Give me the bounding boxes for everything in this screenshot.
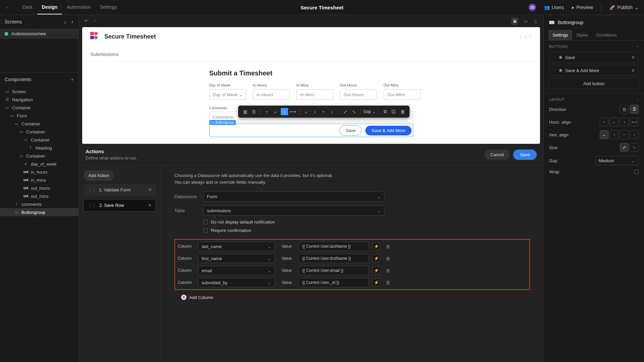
drag-handle-icon[interactable]: ⋮ — [553, 69, 556, 72]
valign-top-icon[interactable]: ⫠ — [600, 130, 608, 139]
datasource-select[interactable]: Form — [203, 191, 384, 201]
tablet-icon[interactable]: ▭ — [522, 17, 529, 25]
buttons-list-item-save[interactable]: ⋮ ✱ Save ✕ — [549, 52, 639, 63]
add-column-button[interactable]: + Add Column — [181, 295, 530, 300]
trash-icon[interactable]: 🗑 — [386, 280, 390, 285]
in-hours-input[interactable]: In-Hours — [253, 89, 290, 100]
halign-left-icon[interactable]: ⫟ — [263, 108, 271, 115]
column-select[interactable]: last_name — [198, 242, 275, 251]
drag-handle-icon[interactable]: ⋮⋮ — [88, 187, 96, 192]
trash-icon[interactable]: 🗑 — [386, 244, 390, 249]
halign-center-icon[interactable]: ⫠ — [272, 108, 279, 115]
collapse-icon[interactable]: − — [636, 98, 639, 102]
publish-button[interactable]: 🚀 Publish ⌄ — [609, 5, 639, 10]
bolt-icon[interactable]: ⚡ — [372, 242, 380, 250]
dow-select[interactable]: Day of Week — [209, 89, 246, 100]
copy-icon[interactable]: ⿻ — [390, 108, 397, 115]
grow-icon[interactable]: ⤡ — [351, 108, 358, 115]
rp-tab-conditions[interactable]: Conditions — [592, 30, 621, 40]
save-add-more-button[interactable]: Save & Add More — [365, 126, 411, 135]
tree-container[interactable]: ▭Container — [0, 136, 78, 144]
checkbox-icon[interactable] — [203, 220, 208, 224]
direction-col-icon[interactable]: ▥ — [241, 108, 249, 115]
tab-data[interactable]: Data — [18, 0, 37, 14]
tree-form[interactable]: ▭Form — [0, 112, 78, 120]
delete-icon[interactable]: 🗑 — [399, 108, 406, 115]
desktop-icon[interactable]: 🖥 — [511, 17, 518, 25]
drag-handle-icon[interactable]: ⋮ — [553, 56, 556, 59]
rp-tab-styles[interactable]: Styles — [572, 30, 592, 40]
valign-top-icon[interactable]: ⫠ — [303, 108, 310, 115]
screen-item[interactable]: /submissions/new — [0, 28, 78, 39]
checkbox-icon[interactable] — [203, 228, 208, 233]
buttongroup-selection[interactable]: Save Save & Add More — [209, 124, 413, 137]
out-mins-input[interactable]: Out-Mins — [384, 89, 421, 100]
gear-icon[interactable]: ✱ — [559, 55, 562, 60]
direction-column-icon[interactable]: ▥ — [620, 105, 629, 114]
bolt-icon[interactable]: ⚡ — [372, 254, 380, 262]
tree-container[interactable]: ▭Container — [0, 104, 78, 112]
tree-day-of-week[interactable]: ▾day_of_week — [0, 160, 78, 168]
drag-handle-icon[interactable]: ⋮⋮ — [88, 203, 97, 208]
valign-stretch-icon[interactable]: ↕ — [329, 108, 336, 115]
shrink-icon[interactable]: ⤢ — [342, 108, 349, 115]
action-save-row[interactable]: ⋮⋮2. Save Row ✕ — [84, 199, 156, 212]
valign-middle-icon[interactable]: ⫞ — [610, 130, 619, 139]
tree-in-mins[interactable]: 123in_mins — [0, 176, 78, 184]
tree-out-mins[interactable]: 123out_mins — [0, 192, 78, 200]
value-input[interactable]: {{ Current User.firstName }} — [299, 254, 369, 263]
bolt-icon[interactable]: ⚡ — [372, 266, 380, 275]
add-button[interactable]: Add button — [549, 78, 639, 89]
remove-action-icon[interactable]: ✕ — [148, 187, 152, 192]
remove-button-icon[interactable]: ✕ — [631, 68, 635, 73]
valign-bottom-icon[interactable]: ⫟ — [320, 108, 327, 115]
direction-row-icon[interactable]: ☰ — [250, 108, 258, 115]
wrap-checkbox[interactable] — [634, 170, 639, 174]
tree-container[interactable]: ▭Container — [0, 120, 78, 128]
search-icon[interactable]: ⌕ — [64, 19, 66, 24]
column-select[interactable]: email — [198, 266, 275, 275]
halign-left-icon[interactable]: ⫟ — [600, 118, 608, 126]
remove-action-icon[interactable]: ✕ — [148, 203, 152, 208]
tree-container[interactable]: ▭Container — [0, 152, 78, 160]
trash-icon[interactable]: 🗑 — [386, 268, 390, 273]
column-select[interactable]: first_name — [198, 254, 275, 263]
size-shrink-icon[interactable]: ⤢ — [620, 143, 629, 152]
cancel-button[interactable]: Cancel — [484, 149, 510, 160]
tree-comments[interactable]: Tcomments — [0, 200, 78, 208]
undo-icon[interactable]: ↶ — [84, 19, 88, 24]
users-button[interactable]: 👥 Users — [544, 5, 564, 10]
buttons-list-item-save-more[interactable]: ⋮ ✱ Save & Add More ✕ — [549, 65, 639, 76]
add-component-icon[interactable]: + — [71, 77, 74, 82]
value-input[interactable]: {{ Current User.lastName }} — [299, 242, 369, 251]
tree-heading[interactable]: THeading — [0, 144, 78, 152]
gap-select[interactable]: Medium — [595, 156, 639, 165]
tree-navigation[interactable]: ⦿Navigation — [0, 96, 78, 104]
tree-buttongroup[interactable]: ▭Buttongroup — [0, 208, 78, 216]
tree-screen[interactable]: ▭Screen — [0, 87, 78, 96]
value-input[interactable]: {{ Current User.email }} — [299, 266, 369, 275]
avatar[interactable]: JD — [529, 4, 536, 11]
in-mins-input[interactable]: In-Mins — [297, 89, 333, 100]
valign-stretch-icon[interactable]: ↕ — [630, 130, 639, 139]
halign-center-icon[interactable]: ⫠ — [610, 118, 619, 126]
rp-tab-settings[interactable]: Settings — [548, 30, 572, 40]
add-screen-icon[interactable]: + — [71, 19, 74, 24]
out-hours-input[interactable]: Out-Hours — [340, 89, 377, 100]
save-button[interactable]: Save — [339, 125, 362, 136]
halign-stretch-icon[interactable]: ⟷ — [630, 118, 639, 126]
tab-automation[interactable]: Automation — [62, 0, 95, 14]
direction-row-icon[interactable]: ☰ — [630, 105, 639, 114]
remove-button-icon[interactable]: ✕ — [631, 55, 635, 60]
gear-icon[interactable]: ✱ — [559, 68, 562, 73]
add-action-button[interactable]: Add Action — [84, 170, 114, 181]
table-select[interactable]: submissions — [203, 205, 384, 216]
action-validate-form[interactable]: ⋮⋮1. Validate Form ✕ — [84, 184, 156, 196]
valign-bottom-icon[interactable]: ⫟ — [620, 130, 629, 139]
tree-out-hours[interactable]: 123out_hours — [0, 184, 78, 192]
back-arrow-icon[interactable]: ← — [5, 5, 10, 10]
tree-in-hours[interactable]: 123in_hours — [0, 168, 78, 176]
notification-checkbox-row[interactable]: Do not display default notification — [203, 220, 530, 225]
halign-stretch-icon[interactable]: ⟷ — [289, 108, 297, 115]
halign-right-icon[interactable]: ⫞ — [620, 118, 629, 126]
